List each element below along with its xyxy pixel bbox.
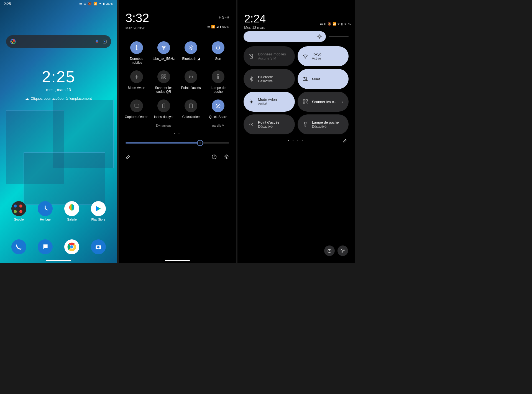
chrome-icon	[67, 242, 76, 252]
svg-line-31	[199, 144, 199, 144]
qs-tile-qr[interactable]: Scanner les codes QR	[152, 70, 176, 94]
tile3-nosim[interactable]: Données mobilesAucune SIM	[244, 46, 295, 66]
svg-point-9	[70, 245, 73, 248]
svg-line-44	[321, 35, 321, 36]
svg-point-36	[319, 36, 320, 37]
qs3-date: Mer. 13 mars	[244, 25, 265, 30]
qs-tile-plane[interactable]: Mode Avion	[124, 70, 149, 94]
svg-rect-14	[164, 75, 166, 76]
svg-point-24	[200, 142, 201, 144]
screenshot-icon	[134, 103, 139, 109]
app-row: 🔵🔴🟢🔴 Google Horloge Galerie Play Store	[0, 201, 117, 221]
tile3-hotspot[interactable]: Point d'accèsDésactivé	[244, 114, 295, 134]
qs-tile-bell[interactable]: Son	[206, 41, 230, 65]
bt-icon	[188, 45, 194, 50]
svg-point-4	[69, 204, 74, 211]
svg-rect-19	[135, 104, 138, 108]
brightness-icon	[317, 34, 322, 39]
qs-time: 3:32	[126, 11, 229, 25]
brightness-slider[interactable]	[126, 142, 229, 144]
hotspot-icon	[188, 74, 194, 80]
edit-icon[interactable]	[126, 154, 131, 160]
phone-icon	[15, 243, 22, 250]
qs-tile-share[interactable]: Quick Sharepareils V	[206, 99, 230, 127]
dock-chrome[interactable]	[64, 239, 79, 254]
app-galerie[interactable]: Galerie	[62, 201, 81, 221]
svg-line-42	[321, 38, 321, 38]
svg-point-12	[163, 49, 164, 50]
power-icon[interactable]	[211, 154, 217, 160]
svg-line-29	[199, 142, 199, 142]
dock	[0, 239, 117, 254]
wifi-icon	[161, 45, 167, 50]
torch-icon	[303, 122, 308, 127]
qr-icon	[303, 99, 308, 104]
tile3-qr[interactable]: Scanner les c..›	[298, 92, 349, 112]
qs-tile-phone[interactable]: lodes du systDynamique	[152, 99, 176, 127]
svg-rect-52	[306, 102, 306, 103]
page-dots: ● ○	[119, 132, 236, 135]
dock-camera[interactable]	[91, 239, 106, 254]
tile3-torch[interactable]: Lampe de pocheDésactivé	[298, 114, 349, 134]
power-button[interactable]	[324, 245, 335, 256]
bt-icon	[249, 76, 254, 82]
chevron-right-icon: ›	[342, 99, 344, 104]
balloon-icon	[68, 204, 75, 213]
play-icon	[95, 205, 102, 212]
torch-icon	[215, 74, 221, 80]
nav-bar[interactable]	[165, 260, 190, 261]
qs-tile-screenshot[interactable]: Capture d'écran	[124, 99, 149, 127]
page-dots-3: ● ● ● ●	[237, 139, 355, 141]
dock-messages[interactable]	[38, 239, 53, 254]
qs3-tile-grid: Données mobilesAucune SIMTokyoActivéBlue…	[237, 46, 355, 134]
svg-rect-16	[164, 77, 165, 78]
qs-tile-hotspot[interactable]: Point d'accès	[179, 70, 203, 94]
plane-icon	[134, 74, 139, 80]
tile3-plane[interactable]: Mode AvionActivé	[244, 92, 295, 112]
svg-point-11	[97, 246, 99, 249]
quick-settings-old: 3:32 Mar. 20 févr. F SFR ▭📶◢▮96 % Donnée…	[119, 0, 236, 263]
bell-icon	[215, 45, 221, 50]
brightness-slider-3[interactable]	[244, 31, 349, 42]
qs-tile-data[interactable]: Données mobiles	[124, 41, 149, 65]
camera-icon	[95, 243, 102, 250]
nav-bar[interactable]	[46, 260, 71, 261]
tile3-wifi[interactable]: TokyoActivé	[298, 46, 349, 66]
qs-tile-wifi[interactable]: labo_ax_5GHz	[152, 41, 176, 65]
svg-line-30	[201, 144, 201, 144]
settings-button[interactable]	[337, 245, 348, 256]
tile3-mute[interactable]: Muet	[298, 69, 349, 89]
clock-hand-icon	[41, 204, 49, 213]
svg-point-57	[342, 250, 344, 252]
home-screen: 2:25 ▭ ⊖ 🔕 📶 ✈ ▮ 36 % 2:25 mer. , mars 1…	[0, 0, 117, 263]
phone-icon	[161, 103, 167, 109]
svg-rect-21	[189, 104, 193, 108]
tile3-bt[interactable]: BluetoothDésactivé	[244, 69, 295, 89]
calc-icon	[188, 103, 194, 109]
app-google-folder[interactable]: 🔵🔴🟢🔴 Google	[9, 201, 29, 221]
qs-tile-bt[interactable]: Bluetooth ◢	[179, 41, 203, 65]
nosim-icon	[249, 53, 254, 59]
app-horloge[interactable]: Horloge	[35, 201, 55, 221]
qs3-time: 2:24	[244, 12, 266, 25]
svg-rect-53	[307, 103, 308, 104]
qs-tile-calc[interactable]: Calculatrice	[179, 99, 203, 127]
dock-phone[interactable]	[11, 239, 26, 254]
mute-icon	[303, 76, 308, 82]
svg-rect-13	[162, 75, 163, 76]
svg-rect-51	[303, 102, 305, 104]
svg-point-18	[190, 76, 191, 77]
svg-rect-20	[163, 104, 165, 108]
plane-icon	[249, 99, 254, 104]
settings-icon[interactable]	[224, 154, 229, 160]
edit-icon[interactable]	[343, 138, 347, 143]
svg-rect-17	[165, 78, 166, 79]
svg-point-47	[305, 58, 306, 58]
app-play-store[interactable]: Play Store	[89, 201, 108, 221]
share-icon	[215, 103, 221, 109]
quick-settings-new: 2:24 Mer. 13 mars ▭⊖🔕📶✈▯36 % Données mob…	[237, 0, 355, 263]
brightness-thumb-icon[interactable]	[197, 140, 203, 146]
svg-line-32	[201, 142, 201, 142]
wifi-icon	[303, 53, 308, 59]
qs-tile-torch[interactable]: Lampe de poche	[206, 70, 230, 94]
